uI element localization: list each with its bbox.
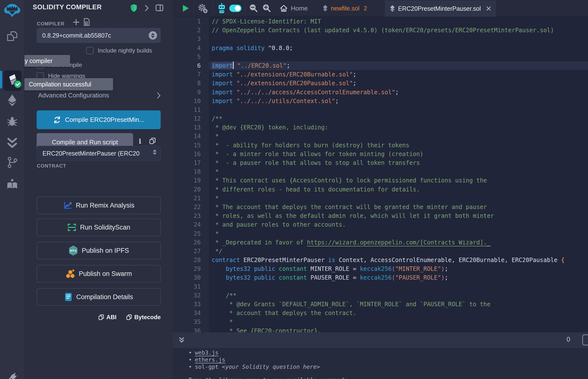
- info-icon[interactable]: i: [139, 137, 141, 145]
- include-nightly-checkbox[interactable]: [86, 47, 93, 54]
- remix-logo[interactable]: [0, 3, 24, 18]
- plugin-plug-icon[interactable]: [0, 370, 24, 379]
- terminal-bar[interactable]: 0: [173, 332, 588, 348]
- run-remix-analysis-button[interactable]: Run Remix Analysis: [37, 197, 161, 214]
- deploy-run-icon[interactable]: [0, 94, 24, 107]
- line-number: 9: [173, 88, 201, 97]
- code-line[interactable]: 36 * See {ERC20-constructor}.: [173, 327, 588, 332]
- code-line[interactable]: 34 * account that deploys the contract.: [173, 309, 588, 317]
- code-line[interactable]: 6import "../ERC20.sol";: [173, 61, 588, 70]
- line-content: import "../../../utils/Context.sol";: [209, 97, 588, 106]
- version-stepper-icon[interactable]: [149, 31, 157, 40]
- include-nightly-label: Include nightly builds: [98, 47, 152, 54]
- code-line[interactable]: 19 * This contract uses {AccessControl} …: [173, 176, 588, 185]
- copilot-toggle[interactable]: [228, 0, 243, 16]
- copy-script-icon[interactable]: [149, 137, 156, 145]
- code-line[interactable]: 31: [173, 282, 588, 291]
- line-content: import "../ERC20.sol";: [209, 61, 588, 70]
- line-number: 35: [173, 317, 201, 326]
- code-line[interactable]: 30 bytes32 public constant PAUSER_ROLE =…: [173, 273, 588, 282]
- line-content: * different roles - head to its document…: [209, 185, 588, 194]
- code-line[interactable]: 26 * _Deprecated in favor of https://wiz…: [173, 238, 588, 247]
- git-icon[interactable]: [0, 156, 24, 169]
- terminal-link[interactable]: web3.js: [195, 349, 218, 356]
- code-editor[interactable]: 1// SPDX-License-Identifier: MIT2// Open…: [173, 16, 588, 332]
- code-line[interactable]: 20 * different roles - head to its docum…: [173, 185, 588, 194]
- terminal-search-box[interactable]: [582, 334, 588, 345]
- shield-icon[interactable]: [130, 4, 138, 13]
- ai-copilot-robot-icon[interactable]: [216, 0, 227, 16]
- tab-newfile[interactable]: newfile.sol 2: [319, 0, 371, 16]
- publish-swarm-button[interactable]: Publish on Swarm: [37, 265, 161, 283]
- code-line[interactable]: 12/**: [173, 114, 588, 123]
- line-number: 31: [173, 282, 201, 291]
- line-number: 4: [173, 44, 201, 52]
- code-line[interactable]: 21 *: [173, 194, 588, 203]
- code-line[interactable]: 25 *: [173, 229, 588, 238]
- code-line[interactable]: 24 * and pauser roles to other accounts.: [173, 220, 588, 229]
- advanced-configurations[interactable]: Advanced Configurations: [38, 92, 161, 99]
- code-line[interactable]: 2// OpenZeppelin Contracts (last updated…: [173, 26, 588, 35]
- code-line[interactable]: 22 * The account that deploys the contra…: [173, 203, 588, 211]
- code-line[interactable]: 5: [173, 52, 588, 61]
- line-number: 11: [173, 106, 201, 114]
- contract-stepper-icon: [153, 149, 156, 155]
- run-script-play-icon[interactable]: [180, 0, 191, 16]
- copy-bytecode-button[interactable]: Bytecode: [126, 314, 161, 321]
- line-number: 16: [173, 150, 201, 158]
- file-explorer-icon[interactable]: [0, 30, 24, 42]
- code-line[interactable]: 17 * - a pauser role that allows to stop…: [173, 158, 588, 167]
- run-solidityscan-button[interactable]: Run SolidityScan: [37, 219, 161, 236]
- code-line[interactable]: 8import "../extensions/ERC20Pausable.sol…: [173, 79, 588, 88]
- close-tab-icon[interactable]: [486, 6, 491, 11]
- terminal-output[interactable]: •web3.js•ethers.js•sol-gpt <your Solidit…: [173, 348, 588, 379]
- add-version-icon[interactable]: [73, 18, 80, 27]
- code-line[interactable]: 9import "../../../access/AccessControlEn…: [173, 88, 588, 97]
- code-line[interactable]: 35 *: [173, 317, 588, 326]
- zoom-in-icon[interactable]: [261, 0, 272, 16]
- line-content: * @dev Grants `DEFAULT_ADMIN_ROLE`, `MIN…: [209, 300, 588, 309]
- terminal-line: •ethers.js: [173, 356, 588, 363]
- expand-terminal-icon[interactable]: [179, 337, 185, 345]
- code-line[interactable]: 23 * roles, as well as the default admin…: [173, 211, 588, 220]
- tab-newfile-label: newfile.sol: [331, 5, 359, 12]
- license-badge-icon[interactable]: [83, 18, 90, 27]
- line-number: 15: [173, 141, 201, 150]
- code-line[interactable]: 16 * - a minter role that allows for tok…: [173, 150, 588, 158]
- tab-home[interactable]: Home: [276, 0, 311, 16]
- code-line[interactable]: 4pragma solidity ^0.8.0;: [173, 44, 588, 52]
- line-content: * The account that deploys the contract …: [209, 203, 588, 211]
- line-content: *: [209, 229, 588, 238]
- code-line[interactable]: 10import "../../../utils/Context.sol";: [173, 97, 588, 106]
- copy-abi-button[interactable]: ABI: [98, 314, 116, 321]
- debugger-icon[interactable]: [0, 116, 24, 127]
- publish-ipfs-button[interactable]: IPFS Publish on IPFS: [37, 242, 161, 259]
- contract-select[interactable]: ERC20PresetMinterPauser (ERC20: [37, 146, 161, 161]
- static-analysis-icon[interactable]: [0, 137, 24, 149]
- code-line[interactable]: 29 bytes32 public constant MINTER_ROLE =…: [173, 265, 588, 273]
- code-line[interactable]: 27 */: [173, 247, 588, 256]
- zoom-out-icon[interactable]: [248, 0, 259, 16]
- code-line[interactable]: 14 *: [173, 132, 588, 141]
- code-line[interactable]: 3: [173, 35, 588, 44]
- terminal-link[interactable]: ethers.js: [195, 357, 225, 363]
- learneth-icon[interactable]: [0, 178, 24, 190]
- terminal-text: Type the library name to see available c…: [188, 377, 351, 379]
- tab-active-erc20presetminterpauser[interactable]: ERC20PresetMinterPauser.sol: [385, 0, 496, 16]
- compiler-version-select[interactable]: 0.8.29+commit.ab55807c: [37, 28, 161, 43]
- code-line[interactable]: 15 * - ability for holders to burn (dest…: [173, 141, 588, 150]
- code-line[interactable]: 13 * @dev {ERC20} token, including:: [173, 123, 588, 132]
- code-line[interactable]: 11: [173, 106, 588, 114]
- publish-chevron-icon[interactable]: [144, 4, 149, 13]
- script-config-gear-icon[interactable]: [197, 0, 209, 16]
- code-line[interactable]: 1// SPDX-License-Identifier: MIT: [173, 17, 588, 26]
- compile-button[interactable]: Compile ERC20PresetMin...: [37, 111, 161, 129]
- compiler-section-label: COMPILER: [37, 21, 65, 27]
- code-line[interactable]: 33 * @dev Grants `DEFAULT_ADMIN_ROLE`, `…: [173, 300, 588, 309]
- code-line[interactable]: 18 *: [173, 167, 588, 176]
- pin-panel-icon[interactable]: [155, 4, 163, 13]
- code-line[interactable]: 7import "../extensions/ERC20Burnable.sol…: [173, 70, 588, 79]
- compilation-details-button[interactable]: Compilation Details: [37, 288, 161, 306]
- code-line[interactable]: 32 /**: [173, 291, 588, 300]
- code-line[interactable]: 28contract ERC20PresetMinterPauser is Co…: [173, 256, 588, 265]
